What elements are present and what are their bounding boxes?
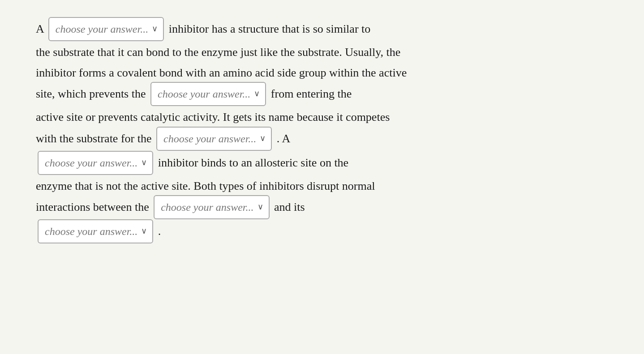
line7-suffix: inhibitor binds to an allosteric site on…	[158, 156, 348, 169]
line-10: choose your answer... ∨ .	[36, 220, 617, 244]
line1-suffix: inhibitor has a structure that is so sim…	[169, 22, 371, 35]
chevron2-icon: ∨	[254, 87, 260, 101]
dropdown1[interactable]: choose your answer... ∨	[48, 17, 164, 41]
dropdown4-label: choose your answer...	[45, 154, 137, 172]
line6-prefix: with the substrate for the	[36, 132, 152, 145]
line-2: the substrate that it can bond to the en…	[36, 42, 617, 63]
chevron3-icon: ∨	[260, 132, 266, 146]
dropdown5[interactable]: choose your answer... ∨	[154, 195, 269, 219]
line5-text: active site or prevents catalytic activi…	[36, 111, 390, 124]
line10-suffix: .	[158, 225, 161, 238]
dropdown3-label: choose your answer...	[163, 129, 256, 148]
line-1: A choose your answer... ∨ inhibitor has …	[36, 18, 617, 42]
chevron5-icon: ∨	[258, 200, 263, 214]
line4-suffix: from entering the	[271, 87, 352, 100]
line9-suffix: and its	[274, 200, 305, 213]
passage-container: A choose your answer... ∨ inhibitor has …	[36, 18, 617, 244]
line-5: active site or prevents catalytic activi…	[36, 107, 617, 128]
dropdown1-label: choose your answer...	[56, 20, 148, 38]
line-6: with the substrate for the choose your a…	[36, 128, 617, 152]
dropdown6-label: choose your answer...	[45, 222, 137, 241]
line4-prefix: site, which prevents the	[36, 87, 146, 100]
line-9: interactions between the choose your ans…	[36, 196, 617, 220]
line6-suffix: . A	[277, 132, 290, 145]
line2-text: the substrate that it can bond to the en…	[36, 46, 400, 59]
dropdown2[interactable]: choose your answer... ∨	[150, 82, 266, 106]
line-4: site, which prevents the choose your ans…	[36, 83, 617, 107]
line-7: choose your answer... ∨ inhibitor binds …	[36, 152, 617, 176]
line9-prefix: interactions between the	[36, 200, 149, 213]
dropdown3[interactable]: choose your answer... ∨	[156, 127, 272, 151]
line3-text: inhibitor forms a covalent bond with an …	[36, 66, 407, 79]
chevron1-icon: ∨	[152, 22, 158, 36]
line1-prefix: A	[36, 22, 43, 35]
dropdown5-label: choose your answer...	[161, 198, 253, 217]
dropdown4[interactable]: choose your answer... ∨	[38, 151, 153, 175]
dropdown2-label: choose your answer...	[158, 85, 250, 103]
line-3: inhibitor forms a covalent bond with an …	[36, 63, 617, 83]
line8-text: enzyme that is not the active site. Both…	[36, 179, 375, 192]
line-8: enzyme that is not the active site. Both…	[36, 176, 617, 196]
dropdown6[interactable]: choose your answer... ∨	[38, 219, 153, 243]
chevron4-icon: ∨	[141, 156, 147, 170]
chevron6-icon: ∨	[141, 224, 147, 239]
